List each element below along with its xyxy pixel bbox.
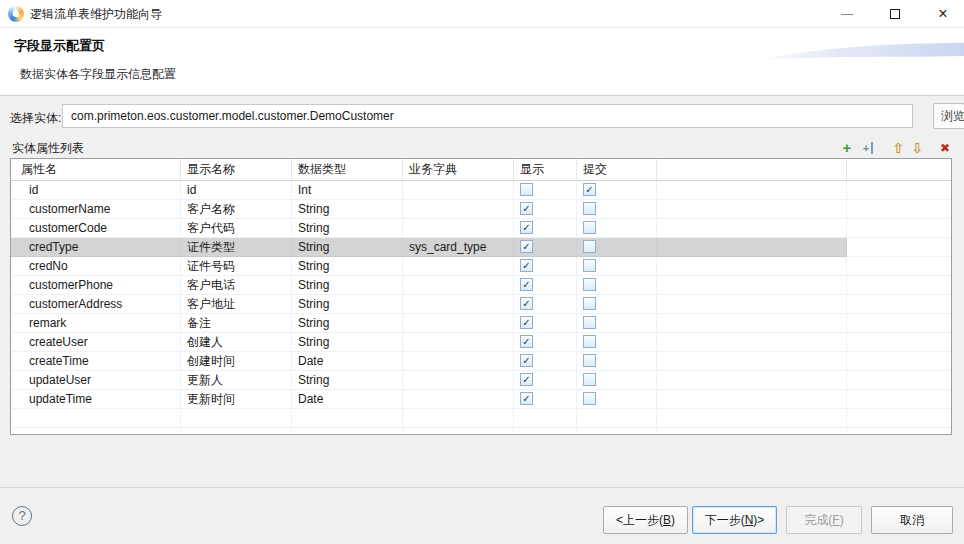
table-cell: credNo — [11, 257, 181, 276]
table-row-id[interactable]: ididInt✓ — [11, 181, 951, 200]
table-cell: id — [11, 181, 181, 200]
cancel-button[interactable]: 取消 — [871, 506, 953, 534]
submit-checkbox-updateTime[interactable] — [583, 392, 596, 405]
add-row-icon[interactable]: + — [839, 139, 855, 157]
table-cell: String — [292, 238, 403, 257]
table-row-createTime[interactable]: createTime创建时间Date✓ — [11, 352, 951, 371]
table-row-remark[interactable]: remark备注String✓ — [11, 314, 951, 333]
table-row-customerAddress[interactable]: customerAddress客户地址String✓ — [11, 295, 951, 314]
table-cell: createTime — [11, 352, 181, 371]
table-toolbar: + + ⇧ ⇩ ✖ — [0, 139, 964, 157]
column-header-2[interactable]: 数据类型 — [292, 159, 403, 181]
move-up-icon[interactable]: ⇧ — [890, 139, 906, 157]
table-cell — [657, 238, 847, 257]
table-row-customerCode[interactable]: customerCode客户代码String✓ — [11, 219, 951, 238]
table-row-customerName[interactable]: customerName客户名称String✓ — [11, 200, 951, 219]
table-cell — [11, 409, 181, 428]
table-cell — [403, 295, 514, 314]
column-header-4[interactable]: 显示 — [514, 159, 577, 181]
table-row-updateTime[interactable]: updateTime更新时间Date✓ — [11, 390, 951, 409]
table-cell: 客户代码 — [181, 219, 292, 238]
table-row-createUser[interactable]: createUser创建人String✓ — [11, 333, 951, 352]
back-button[interactable]: <上一步(B) — [603, 506, 688, 534]
table-row-credType[interactable]: credType证件类型Stringsys_card_type✓ — [11, 238, 951, 257]
table-row-empty — [11, 428, 951, 435]
submit-checkbox-credType[interactable] — [583, 240, 596, 253]
table-row-credNo[interactable]: credNo证件号码String✓ — [11, 257, 951, 276]
table-row-customerPhone[interactable]: customerPhone客户电话String✓ — [11, 276, 951, 295]
move-down-icon[interactable]: ⇩ — [909, 139, 925, 157]
table-cell — [657, 352, 847, 371]
table-cell: 备注 — [181, 314, 292, 333]
help-button[interactable]: ? — [12, 506, 32, 526]
submit-checkbox-customerAddress[interactable] — [583, 297, 596, 310]
table-cell — [847, 276, 951, 295]
browse-button[interactable]: 浏览... — [933, 103, 964, 129]
show-checkbox-updateUser[interactable]: ✓ — [520, 373, 533, 386]
table-cell: 更新人 — [181, 371, 292, 390]
submit-checkbox-customerCode[interactable] — [583, 221, 596, 234]
table-cell — [403, 276, 514, 295]
column-header-3[interactable]: 业务字典 — [403, 159, 514, 181]
table-cell — [577, 409, 657, 428]
show-checkbox-customerAddress[interactable]: ✓ — [520, 297, 533, 310]
table-cell — [847, 314, 951, 333]
show-checkbox-remark[interactable]: ✓ — [520, 316, 533, 329]
table-row-updateUser[interactable]: updateUser更新人String✓ — [11, 371, 951, 390]
maximize-button[interactable] — [879, 0, 911, 28]
show-checkbox-createUser[interactable]: ✓ — [520, 335, 533, 348]
show-checkbox-customerName[interactable]: ✓ — [520, 202, 533, 215]
table-cell — [181, 428, 292, 435]
submit-checkbox-id[interactable]: ✓ — [583, 183, 596, 196]
table-cell: updateUser — [11, 371, 181, 390]
table-cell — [847, 352, 951, 371]
show-checkbox-id[interactable] — [520, 183, 533, 196]
table-cell — [847, 219, 951, 238]
titlebar: 逻辑流单表维护功能向导 × — [0, 0, 964, 28]
table-cell — [847, 428, 951, 435]
table-cell: 创建人 — [181, 333, 292, 352]
banner-swoosh-decoration — [754, 42, 964, 64]
delete-row-icon[interactable]: ✖ — [937, 139, 953, 157]
table-cell — [403, 428, 514, 435]
table-cell: String — [292, 314, 403, 333]
show-checkbox-updateTime[interactable]: ✓ — [520, 392, 533, 405]
table-cell: String — [292, 219, 403, 238]
column-header-1[interactable]: 显示名称 — [181, 159, 292, 181]
submit-checkbox-createUser[interactable] — [583, 335, 596, 348]
minimize-button[interactable] — [831, 0, 863, 28]
minimize-icon — [841, 14, 853, 15]
submit-checkbox-createTime[interactable] — [583, 354, 596, 367]
submit-checkbox-customerPhone[interactable] — [583, 278, 596, 291]
table-cell — [847, 200, 951, 219]
column-header-empty — [657, 159, 847, 181]
table-cell — [657, 295, 847, 314]
table-header: 属性名显示名称数据类型业务字典显示提交 — [11, 159, 951, 181]
insert-row-icon[interactable]: + — [860, 139, 876, 157]
table-cell — [847, 181, 951, 200]
table-cell — [847, 257, 951, 276]
table-cell — [657, 409, 847, 428]
column-header-0[interactable]: 属性名 — [11, 159, 181, 181]
column-header-5[interactable]: 提交 — [577, 159, 657, 181]
table-cell — [847, 333, 951, 352]
show-checkbox-credNo[interactable]: ✓ — [520, 259, 533, 272]
close-button[interactable]: × — [927, 0, 959, 28]
submit-checkbox-remark[interactable] — [583, 316, 596, 329]
show-checkbox-createTime[interactable]: ✓ — [520, 354, 533, 367]
submit-checkbox-credNo[interactable] — [583, 259, 596, 272]
table-cell: String — [292, 257, 403, 276]
submit-checkbox-updateUser[interactable] — [583, 373, 596, 386]
table-cell — [403, 257, 514, 276]
entity-path-input[interactable] — [62, 104, 913, 128]
submit-checkbox-customerName[interactable] — [583, 202, 596, 215]
table-cell — [657, 181, 847, 200]
show-checkbox-credType[interactable]: ✓ — [520, 240, 533, 253]
entity-label: 选择实体: — [10, 110, 61, 126]
show-checkbox-customerCode[interactable]: ✓ — [520, 221, 533, 234]
table-cell: updateTime — [11, 390, 181, 409]
table-cell — [657, 200, 847, 219]
property-table: 属性名显示名称数据类型业务字典显示提交 ididInt✓customerName… — [10, 158, 952, 435]
show-checkbox-customerPhone[interactable]: ✓ — [520, 278, 533, 291]
next-button[interactable]: 下一步(N)> — [692, 506, 777, 534]
